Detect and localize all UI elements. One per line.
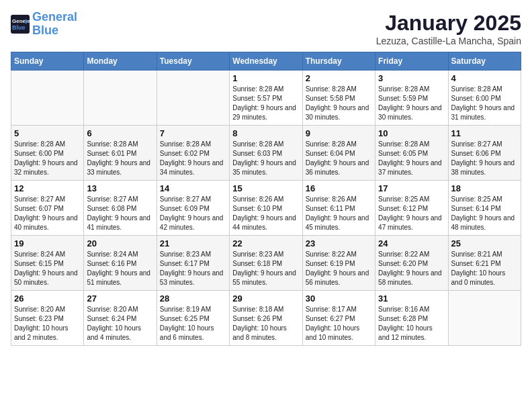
day-number: 9: [306, 128, 372, 138]
calendar-cell: 20Sunrise: 8:24 AM Sunset: 6:16 PM Dayli…: [84, 236, 157, 291]
day-number: 17: [378, 183, 445, 193]
day-number: 28: [160, 293, 226, 304]
day-number: 19: [14, 238, 81, 248]
day-info: Sunrise: 8:22 AM Sunset: 6:20 PM Dayligh…: [378, 250, 445, 287]
week-row-5: 26Sunrise: 8:20 AM Sunset: 6:23 PM Dayli…: [11, 291, 521, 346]
day-number: 27: [87, 293, 153, 304]
day-number: 23: [306, 238, 372, 248]
calendar-cell: 8Sunrise: 8:28 AM Sunset: 6:03 PM Daylig…: [230, 126, 302, 181]
calendar-cell: 15Sunrise: 8:26 AM Sunset: 6:10 PM Dayli…: [230, 181, 302, 236]
calendar-cell: 6Sunrise: 8:28 AM Sunset: 6:01 PM Daylig…: [84, 126, 157, 181]
day-info: Sunrise: 8:28 AM Sunset: 5:59 PM Dayligh…: [378, 85, 445, 122]
day-info: Sunrise: 8:25 AM Sunset: 6:12 PM Dayligh…: [378, 195, 445, 232]
day-info: Sunrise: 8:28 AM Sunset: 6:02 PM Dayligh…: [160, 140, 226, 177]
day-number: 26: [14, 293, 81, 304]
day-info: Sunrise: 8:28 AM Sunset: 6:03 PM Dayligh…: [232, 140, 299, 177]
weekday-header-row: SundayMondayTuesdayWednesdayThursdayFrid…: [11, 52, 521, 71]
day-number: 6: [87, 128, 153, 138]
calendar-cell: 9Sunrise: 8:28 AM Sunset: 6:04 PM Daylig…: [302, 126, 375, 181]
calendar-table: SundayMondayTuesdayWednesdayThursdayFrid…: [11, 52, 521, 346]
title-area: January 2025 Lezuza, Castille-La Mancha,…: [376, 11, 521, 46]
calendar-cell: 23Sunrise: 8:22 AM Sunset: 6:19 PM Dayli…: [302, 236, 375, 291]
day-info: Sunrise: 8:23 AM Sunset: 6:17 PM Dayligh…: [160, 250, 226, 287]
calendar-cell: 17Sunrise: 8:25 AM Sunset: 6:12 PM Dayli…: [375, 181, 448, 236]
weekday-header-tuesday: Tuesday: [157, 52, 229, 71]
weekday-header-friday: Friday: [375, 52, 448, 71]
calendar-cell: 11Sunrise: 8:27 AM Sunset: 6:06 PM Dayli…: [448, 126, 521, 181]
week-row-4: 19Sunrise: 8:24 AM Sunset: 6:15 PM Dayli…: [11, 236, 521, 291]
day-number: 21: [160, 238, 226, 248]
calendar-cell: 4Sunrise: 8:28 AM Sunset: 6:00 PM Daylig…: [448, 71, 521, 126]
day-info: Sunrise: 8:28 AM Sunset: 6:05 PM Dayligh…: [378, 140, 445, 177]
calendar-cell: 1Sunrise: 8:28 AM Sunset: 5:57 PM Daylig…: [230, 71, 302, 126]
day-info: Sunrise: 8:16 AM Sunset: 6:28 PM Dayligh…: [378, 305, 445, 342]
day-info: Sunrise: 8:28 AM Sunset: 6:00 PM Dayligh…: [14, 140, 81, 177]
day-info: Sunrise: 8:20 AM Sunset: 6:24 PM Dayligh…: [87, 305, 153, 342]
day-info: Sunrise: 8:28 AM Sunset: 5:57 PM Dayligh…: [232, 85, 299, 122]
day-info: Sunrise: 8:19 AM Sunset: 6:25 PM Dayligh…: [160, 305, 226, 342]
weekday-header-thursday: Thursday: [302, 52, 375, 71]
calendar-cell: 25Sunrise: 8:21 AM Sunset: 6:21 PM Dayli…: [448, 236, 521, 291]
day-number: 15: [232, 183, 299, 193]
day-info: Sunrise: 8:24 AM Sunset: 6:15 PM Dayligh…: [14, 250, 81, 287]
calendar-cell: 31Sunrise: 8:16 AM Sunset: 6:28 PM Dayli…: [375, 291, 448, 346]
day-info: Sunrise: 8:28 AM Sunset: 6:01 PM Dayligh…: [87, 140, 153, 177]
logo: General Blue General Blue: [11, 11, 77, 38]
day-info: Sunrise: 8:22 AM Sunset: 6:19 PM Dayligh…: [306, 250, 372, 287]
week-row-1: 1Sunrise: 8:28 AM Sunset: 5:57 PM Daylig…: [11, 71, 521, 126]
week-row-2: 5Sunrise: 8:28 AM Sunset: 6:00 PM Daylig…: [11, 126, 521, 181]
day-number: 13: [87, 183, 153, 193]
calendar-cell: 14Sunrise: 8:27 AM Sunset: 6:09 PM Dayli…: [157, 181, 229, 236]
calendar-title: January 2025: [376, 11, 521, 36]
day-info: Sunrise: 8:27 AM Sunset: 6:07 PM Dayligh…: [14, 195, 81, 232]
day-number: 22: [232, 238, 299, 248]
day-info: Sunrise: 8:23 AM Sunset: 6:18 PM Dayligh…: [232, 250, 299, 287]
logo-line2: Blue: [32, 24, 58, 37]
calendar-cell: 2Sunrise: 8:28 AM Sunset: 5:58 PM Daylig…: [302, 71, 375, 126]
day-info: Sunrise: 8:24 AM Sunset: 6:16 PM Dayligh…: [87, 250, 153, 287]
day-number: 4: [451, 73, 518, 83]
calendar-cell: [11, 71, 84, 126]
week-row-3: 12Sunrise: 8:27 AM Sunset: 6:07 PM Dayli…: [11, 181, 521, 236]
calendar-cell: 22Sunrise: 8:23 AM Sunset: 6:18 PM Dayli…: [230, 236, 302, 291]
day-number: 29: [232, 293, 299, 304]
day-number: 24: [378, 238, 445, 248]
day-number: 11: [451, 128, 518, 138]
weekday-header-sunday: Sunday: [11, 52, 84, 71]
day-info: Sunrise: 8:26 AM Sunset: 6:11 PM Dayligh…: [306, 195, 372, 232]
day-number: 14: [160, 183, 226, 193]
day-number: 18: [451, 183, 518, 193]
day-number: 1: [232, 73, 299, 83]
calendar-cell: 10Sunrise: 8:28 AM Sunset: 6:05 PM Dayli…: [375, 126, 448, 181]
calendar-cell: 12Sunrise: 8:27 AM Sunset: 6:07 PM Dayli…: [11, 181, 84, 236]
calendar-cell: 13Sunrise: 8:27 AM Sunset: 6:08 PM Dayli…: [84, 181, 157, 236]
day-number: 10: [378, 128, 445, 138]
calendar-subtitle: Lezuza, Castille-La Mancha, Spain: [376, 36, 521, 46]
calendar-cell: 7Sunrise: 8:28 AM Sunset: 6:02 PM Daylig…: [157, 126, 229, 181]
calendar-cell: 21Sunrise: 8:23 AM Sunset: 6:17 PM Dayli…: [157, 236, 229, 291]
logo-text: General Blue: [32, 11, 77, 38]
calendar-cell: 5Sunrise: 8:28 AM Sunset: 6:00 PM Daylig…: [11, 126, 84, 181]
calendar-cell: 24Sunrise: 8:22 AM Sunset: 6:20 PM Dayli…: [375, 236, 448, 291]
day-info: Sunrise: 8:27 AM Sunset: 6:09 PM Dayligh…: [160, 195, 226, 232]
day-info: Sunrise: 8:18 AM Sunset: 6:26 PM Dayligh…: [232, 305, 299, 342]
day-info: Sunrise: 8:17 AM Sunset: 6:27 PM Dayligh…: [306, 305, 372, 342]
weekday-header-saturday: Saturday: [448, 52, 521, 71]
day-number: 30: [306, 293, 372, 304]
day-info: Sunrise: 8:28 AM Sunset: 6:00 PM Dayligh…: [451, 85, 518, 122]
day-number: 20: [87, 238, 153, 248]
day-info: Sunrise: 8:27 AM Sunset: 6:08 PM Dayligh…: [87, 195, 153, 232]
day-info: Sunrise: 8:27 AM Sunset: 6:06 PM Dayligh…: [451, 140, 518, 177]
calendar-cell: 19Sunrise: 8:24 AM Sunset: 6:15 PM Dayli…: [11, 236, 84, 291]
svg-text:Blue: Blue: [12, 24, 26, 31]
calendar-cell: [157, 71, 229, 126]
day-number: 5: [14, 128, 81, 138]
day-info: Sunrise: 8:28 AM Sunset: 5:58 PM Dayligh…: [306, 85, 372, 122]
calendar-cell: 26Sunrise: 8:20 AM Sunset: 6:23 PM Dayli…: [11, 291, 84, 346]
day-number: 12: [14, 183, 81, 193]
calendar-cell: [84, 71, 157, 126]
day-number: 3: [378, 73, 445, 83]
calendar-cell: 29Sunrise: 8:18 AM Sunset: 6:26 PM Dayli…: [230, 291, 302, 346]
calendar-cell: 3Sunrise: 8:28 AM Sunset: 5:59 PM Daylig…: [375, 71, 448, 126]
day-number: 25: [451, 238, 518, 248]
